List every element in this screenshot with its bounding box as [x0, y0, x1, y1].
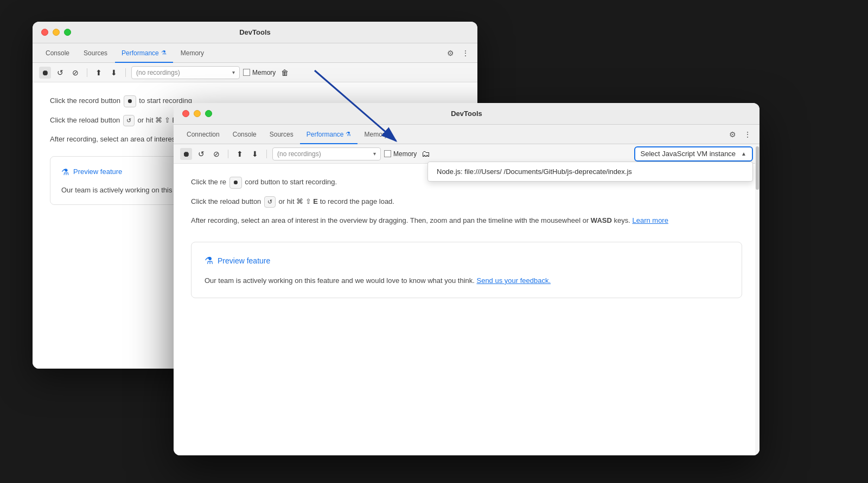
fg-upload-button[interactable]: ⬆ — [234, 148, 246, 160]
fg-vm-dropdown-button[interactable]: Select JavaScript VM instance ▲ — [634, 146, 753, 162]
bg-settings-icon[interactable]: ⚙ — [445, 48, 456, 59]
bg-memory-label: Memory — [252, 69, 276, 76]
bg-recordings-dropdown[interactable]: (no recordings) ▾ — [131, 66, 240, 79]
bg-tab-sources[interactable]: Sources — [77, 43, 114, 63]
bg-close-button[interactable] — [41, 29, 48, 36]
fg-vm-dropdown-wrapper: Select JavaScript VM instance ▲ Node.js:… — [634, 146, 753, 162]
bg-flask-icon: ⚗ — [61, 165, 69, 179]
fg-memory-checkbox-group: Memory — [384, 150, 417, 158]
fg-tabs: Connection Console Sources Performance ⚗… — [174, 125, 760, 144]
fg-minimize-button[interactable] — [194, 110, 201, 117]
fg-learn-more-link[interactable]: Learn more — [632, 216, 668, 224]
fg-preview-card: ⚗ Preview feature Our team is actively w… — [191, 242, 742, 298]
bg-reload-button[interactable]: ↺ — [54, 67, 66, 79]
fg-tab-sources[interactable]: Sources — [263, 125, 300, 144]
fg-maximize-button[interactable] — [205, 110, 212, 117]
fg-settings-icon[interactable]: ⚙ — [727, 129, 738, 140]
fg-preview-text: Our team is actively working on this fea… — [205, 275, 729, 287]
bg-toolbar: ⏺ ↺ ⊘ ⬆ ⬇ (no recordings) ▾ Memory 🗑 — [33, 63, 477, 82]
bg-traffic-lights — [41, 29, 71, 36]
fg-para-2: Click the reload button ↺ or hit ⌘ ⇧ E t… — [191, 196, 742, 208]
fg-tab-performance[interactable]: Performance ⚗ — [300, 125, 358, 144]
fg-dropdown-arrow: ▾ — [373, 151, 376, 157]
fg-scrollbar[interactable] — [755, 144, 760, 455]
bg-separator-2 — [125, 68, 126, 77]
bg-memory-checkbox[interactable] — [243, 69, 250, 76]
fg-record-kbd-inline: ⏺ — [229, 177, 242, 189]
bg-download-button[interactable]: ⬇ — [108, 67, 120, 79]
fg-tab-console[interactable]: Console — [226, 125, 263, 144]
fg-content: Click the re ⏺ cord button to start reco… — [174, 164, 760, 455]
fg-para-3: After recording, select an area of inter… — [191, 215, 742, 227]
bg-tab-actions: ⚙ ⋮ — [445, 48, 471, 59]
bg-clear-button[interactable]: ⊘ — [69, 67, 81, 79]
bg-tab-memory[interactable]: Memory — [174, 43, 210, 63]
fg-vm-instance-item[interactable]: Node.js: file:///Users/ /Documents/GitHu… — [428, 162, 752, 181]
fg-flask-icon: ⚗ — [205, 253, 213, 269]
bg-delete-button[interactable]: 🗑 — [279, 67, 291, 79]
fg-heap-icon[interactable]: 🗂 — [420, 148, 432, 160]
fg-scroll-thumb[interactable] — [756, 146, 759, 190]
bg-tab-performance[interactable]: Performance ⚗ — [115, 43, 173, 63]
fg-download-button[interactable]: ⬇ — [249, 148, 261, 160]
fg-performance-icon: ⚗ — [346, 131, 351, 138]
fg-tab-actions: ⚙ ⋮ — [727, 129, 753, 140]
bg-tab-console[interactable]: Console — [39, 43, 76, 63]
fg-vm-dropdown-list: Node.js: file:///Users/ /Documents/GitHu… — [427, 162, 753, 182]
bg-record-button[interactable]: ⏺ — [39, 67, 51, 79]
bg-minimize-button[interactable] — [53, 29, 60, 36]
fg-memory-label: Memory — [393, 150, 417, 158]
fg-tab-connection[interactable]: Connection — [180, 125, 226, 144]
fg-feedback-link[interactable]: Send us your feedback. — [476, 276, 551, 285]
bg-maximize-button[interactable] — [64, 29, 71, 36]
bg-upload-button[interactable]: ⬆ — [93, 67, 105, 79]
fg-titlebar: DevTools — [174, 103, 760, 125]
fg-close-button[interactable] — [182, 110, 189, 117]
bg-more-icon[interactable]: ⋮ — [460, 48, 471, 59]
bg-window-title: DevTools — [239, 28, 271, 36]
bg-memory-checkbox-group: Memory — [243, 69, 276, 76]
foreground-window: DevTools Connection Console Sources Perf… — [174, 103, 760, 455]
fg-traffic-lights — [182, 110, 212, 117]
fg-recordings-dropdown[interactable]: (no recordings) ▾ — [272, 147, 381, 160]
fg-reload-kbd: ↺ — [264, 196, 276, 208]
fg-record-button[interactable]: ⏺ — [180, 148, 192, 160]
fg-clear-button[interactable]: ⊘ — [210, 148, 222, 160]
bg-dropdown-arrow: ▾ — [232, 69, 235, 75]
fg-window-title: DevTools — [451, 110, 482, 118]
fg-tab-memory[interactable]: Memory — [358, 125, 394, 144]
fg-reload-button[interactable]: ↺ — [195, 148, 207, 160]
fg-separator-2 — [266, 150, 267, 158]
bg-titlebar: DevTools — [33, 22, 477, 43]
bg-separator-1 — [87, 68, 87, 77]
bg-performance-icon: ⚗ — [161, 49, 167, 56]
fg-memory-checkbox[interactable] — [384, 150, 391, 157]
bg-reload-kbd: ↺ — [123, 115, 135, 127]
fg-preview-title: ⚗ Preview feature — [205, 253, 729, 269]
fg-vm-dropdown-arrow: ▲ — [741, 151, 746, 157]
fg-separator-1 — [228, 150, 228, 158]
bg-tabs: Console Sources Performance ⚗ Memory ⚙ ⋮ — [33, 43, 477, 63]
bg-record-kbd: ⏺ — [124, 95, 136, 107]
fg-toolbar: ⏺ ↺ ⊘ ⬆ ⬇ (no recordings) ▾ Memory 🗂 Sel… — [174, 144, 760, 164]
fg-more-icon[interactable]: ⋮ — [742, 129, 753, 140]
